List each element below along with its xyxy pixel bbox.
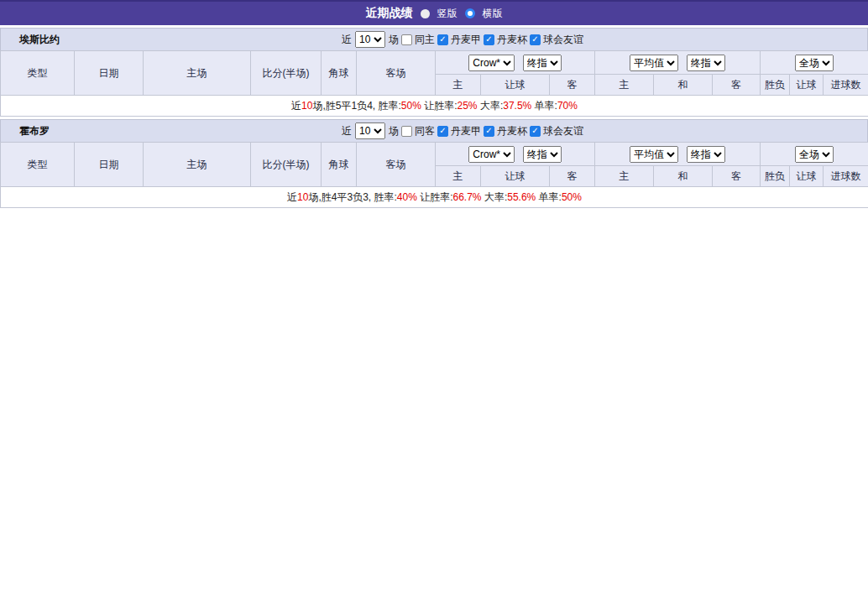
section-bar: 霍布罗 近 10 场 同客 ✓ 丹麦甲 ✓ 丹麦杯 ✓ 球会友谊 [0,119,868,142]
league3-label[interactable]: 球会友谊 [543,33,583,47]
summary-part: 场,胜5平1负4, 胜率: [312,100,400,112]
games-label: 场 [389,33,399,47]
col-header-handicap-result: 让球 [790,166,824,187]
games-count-select[interactable]: 10 [355,122,385,139]
summary-part: 单率: [536,191,562,203]
col-header-avg-away: 客 [713,75,761,96]
section-filters: 近 10 场 同客 ✓ 丹麦甲 ✓ 丹麦杯 ✓ 球会友谊 [342,122,583,139]
col-header-date: 日期 [75,51,144,96]
summary-part: 让胜率: [417,191,453,203]
page-title: 近期战绩 [366,6,413,21]
bookmaker-select-group: Crow* 终指 [436,143,595,166]
layout-horizontal-radio[interactable] [465,8,475,18]
col-header-result: 胜负 [761,166,790,187]
summary-part: 55.6% [507,191,536,203]
layout-horizontal-label[interactable]: 横版 [483,7,503,21]
average-select[interactable]: 平均值 [630,146,678,163]
league1-label[interactable]: 丹麦甲 [451,33,481,47]
col-header-avg-away: 客 [713,166,761,187]
summary-part: 近 [287,191,297,203]
league1-label[interactable]: 丹麦甲 [451,124,481,138]
col-header-type: 类型 [1,143,75,187]
col-header-goals-result: 进球数 [824,75,868,96]
summary-part: 10 [297,191,308,203]
league1-checkbox[interactable]: ✓ [437,34,448,45]
games-label: 场 [389,124,399,138]
summary-part: 50% [562,191,582,203]
summary-part: 66.7% [453,191,482,203]
summary-part: 25% [458,100,478,112]
team-section-esbjerg: 埃斯比约 近 10 场 同主 ✓ 丹麦甲 ✓ 丹麦杯 ✓ 球会友谊 类型 日期 … [0,28,868,117]
final-odds-select[interactable]: 终指 [523,146,562,163]
final-odds-select-2[interactable]: 终指 [687,146,725,163]
near-label: 近 [342,33,352,47]
league2-label[interactable]: 丹麦杯 [497,124,527,138]
scope-select-group: 全场 [761,51,868,75]
scope-select-group: 全场 [761,143,868,166]
col-header-goals-result: 进球数 [824,166,868,187]
col-header-score: 比分(半场) [251,51,322,96]
league2-checkbox[interactable]: ✓ [484,126,494,137]
near-label: 近 [342,124,352,138]
summary-part: 大率: [478,100,504,112]
scope-select[interactable]: 全场 [795,55,834,71]
layout-vertical-radio[interactable] [421,9,430,18]
same-venue-checkbox[interactable] [401,34,412,45]
bookmaker-select[interactable]: Crow* [468,146,515,163]
section-team-name: 霍布罗 [19,124,50,138]
col-header-corner: 角球 [322,51,357,96]
bookmaker-select-group: Crow* 终指 [436,51,595,75]
final-odds-select[interactable]: 终指 [523,55,562,71]
col-header-away: 客场 [357,51,436,96]
col-header-home: 主场 [144,51,251,96]
results-table: 类型 日期 主场 比分(半场) 角球 客场 Crow* 终指 平均值 终指 全场 [0,142,868,208]
league3-checkbox[interactable]: ✓ [530,126,541,137]
col-header-type: 类型 [1,51,75,96]
section-filters: 近 10 场 同主 ✓ 丹麦甲 ✓ 丹麦杯 ✓ 球会友谊 [342,31,583,48]
league1-checkbox[interactable]: ✓ [437,126,448,137]
games-count-select[interactable]: 10 [355,31,385,48]
bookmaker-select[interactable]: Crow* [468,55,515,71]
summary-text: 近10场,胜5平1负4, 胜率:50% 让胜率:25% 大率:37.5% 单率:… [1,96,868,117]
col-header-crow-away: 客 [550,75,595,96]
summary-part: 40% [397,191,417,203]
col-header-crow-handicap: 让球 [481,166,550,187]
results-table: 类型 日期 主场 比分(半场) 角球 客场 Crow* 终指 平均值 终指 全场 [0,50,868,117]
same-venue-label[interactable]: 同客 [415,124,435,138]
summary-row: 近10场,胜5平1负4, 胜率:50% 让胜率:25% 大率:37.5% 单率:… [1,96,868,117]
section-team-name: 埃斯比约 [19,33,60,47]
col-header-date: 日期 [75,143,144,187]
same-venue-checkbox[interactable] [401,126,412,137]
col-header-result: 胜负 [761,75,790,96]
summary-row: 近10场,胜4平3负3, 胜率:40% 让胜率:66.7% 大率:55.6% 单… [1,187,868,208]
layout-vertical-label[interactable]: 竖版 [437,7,458,21]
league3-checkbox[interactable]: ✓ [530,34,541,45]
col-header-crow-home: 主 [436,166,481,187]
scope-select[interactable]: 全场 [795,146,834,163]
summary-part: 10 [301,100,312,112]
summary-part: 50% [401,100,421,112]
col-header-avg-home: 主 [595,75,654,96]
summary-part: 37.5% [503,100,531,112]
col-header-crow-home: 主 [436,75,481,96]
summary-part: 让胜率: [421,100,458,112]
section-bar: 埃斯比约 近 10 场 同主 ✓ 丹麦甲 ✓ 丹麦杯 ✓ 球会友谊 [0,28,868,50]
summary-part: 单率: [531,100,557,112]
col-header-score: 比分(半场) [251,143,322,187]
summary-part: 近 [291,100,301,112]
average-select[interactable]: 平均值 [630,55,678,71]
col-header-avg-draw: 和 [654,166,713,187]
summary-part: 大率: [482,191,508,203]
team-section-hobro: 霍布罗 近 10 场 同客 ✓ 丹麦甲 ✓ 丹麦杯 ✓ 球会友谊 类型 日期 主… [0,119,868,208]
summary-part: 场,胜4平3负3, 胜率: [308,191,396,203]
col-header-corner: 角球 [322,143,357,187]
same-venue-label[interactable]: 同主 [415,33,435,47]
league2-label[interactable]: 丹麦杯 [497,33,527,47]
league2-checkbox[interactable]: ✓ [484,34,494,45]
col-header-home: 主场 [144,143,251,187]
average-select-group: 平均值 终指 [595,143,761,166]
league3-label[interactable]: 球会友谊 [543,124,583,138]
summary-part: 70% [557,100,578,112]
col-header-away: 客场 [357,143,436,187]
final-odds-select-2[interactable]: 终指 [687,55,725,71]
